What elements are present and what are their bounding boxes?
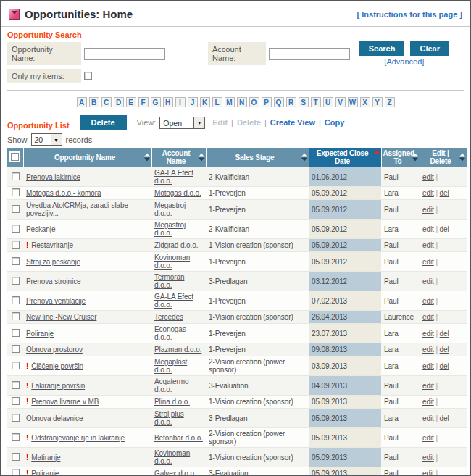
column-header-edit-delete[interactable]: Edit | Delete [420, 148, 467, 167]
opportunity-link[interactable]: New line -New Cruiser [26, 313, 96, 321]
column-header-opportunity-name[interactable]: Opportunity Name [23, 148, 151, 167]
account-link[interactable]: Stroj plus d.o.o. [154, 410, 184, 426]
row-checkbox[interactable] [12, 277, 20, 285]
toolbar-link-copy[interactable]: Copy [325, 118, 345, 127]
only-my-items-checkbox[interactable] [84, 72, 92, 80]
edit-link[interactable]: edit [422, 362, 434, 370]
opportunity-link[interactable]: Restavriranje [31, 241, 73, 249]
account-link[interactable]: GA-LA Efect d.o.o. [154, 169, 193, 185]
clear-button[interactable]: Clear [410, 41, 449, 56]
edit-link[interactable]: edit [422, 241, 434, 249]
row-checkbox[interactable] [12, 381, 20, 389]
opportunity-link[interactable]: Poliranje [31, 469, 59, 476]
row-checkbox[interactable] [12, 433, 20, 441]
account-link[interactable]: Megastroj d.o.o. [154, 201, 186, 217]
column-header-account-name[interactable]: Account Name [151, 148, 206, 167]
edit-link[interactable]: edit [422, 382, 434, 390]
alpha-link-W[interactable]: W [348, 97, 358, 107]
toolbar-link-create-view[interactable]: Create View [270, 118, 315, 127]
opportunity-link[interactable]: Prenova livarne v MB [31, 398, 99, 406]
opportunity-link[interactable]: Motogas d.o.o.- komora [26, 189, 101, 197]
alpha-link-E[interactable]: E [126, 97, 136, 107]
column-header-sales-stage[interactable]: Sales Stage [206, 148, 309, 167]
edit-link[interactable]: edit [422, 469, 434, 476]
alpha-link-M[interactable]: M [225, 97, 235, 107]
opportunity-link[interactable]: Matiranje [31, 454, 60, 462]
view-dropdown[interactable]: Open [159, 117, 205, 129]
opportunity-link[interactable]: Obnova prostorov [26, 346, 83, 354]
alpha-link-G[interactable]: G [151, 97, 161, 107]
row-checkbox[interactable] [12, 345, 20, 353]
edit-link[interactable]: edit [422, 313, 434, 321]
alpha-link-L[interactable]: L [212, 97, 222, 107]
row-checkbox[interactable] [12, 188, 20, 196]
advanced-link[interactable]: [Advanced] [384, 57, 424, 66]
alpha-link-P[interactable]: P [262, 97, 272, 107]
row-checkbox[interactable] [12, 257, 20, 265]
account-link[interactable]: Megastroj d.o.o. [154, 221, 186, 237]
opportunity-name-input[interactable] [84, 48, 165, 60]
alpha-link-J[interactable]: J [188, 97, 198, 107]
column-header-assigned-to[interactable]: Assigned To [381, 148, 420, 167]
del-link[interactable]: del [440, 225, 449, 233]
alpha-link-A[interactable]: A [77, 97, 87, 107]
alpha-link-K[interactable]: K [200, 97, 210, 107]
account-link[interactable]: Betonbar d.o.o. [154, 434, 203, 442]
opportunity-link[interactable]: Stroj za peskanje [26, 258, 80, 266]
instructions-link[interactable]: [ Instructions for this page ] [357, 10, 462, 19]
edit-link[interactable]: edit [422, 225, 434, 233]
search-button[interactable]: Search [359, 41, 405, 56]
select-all-checkbox[interactable] [11, 153, 19, 161]
opportunity-link[interactable]: Prenova ventilacije [26, 297, 86, 305]
alpha-link-R[interactable]: R [286, 97, 296, 107]
opportunity-link[interactable]: Lakiranje površin [31, 382, 85, 390]
account-link[interactable]: Motogas d.o.o. [154, 189, 201, 197]
account-link[interactable]: Galvex d.o.o. [154, 469, 196, 476]
alpha-link-I[interactable]: I [175, 97, 186, 107]
edit-link[interactable]: edit [422, 434, 434, 442]
alpha-link-S[interactable]: S [299, 97, 309, 107]
alpha-link-Z[interactable]: Z [385, 97, 395, 107]
opportunity-link[interactable]: Čiščenje površin [31, 362, 83, 370]
edit-link[interactable]: edit [422, 173, 434, 181]
account-link[interactable]: Kovinoman d.o.o. [154, 254, 190, 270]
show-records-dropdown[interactable]: 20 [31, 133, 62, 146]
edit-link[interactable]: edit [422, 398, 434, 406]
opportunity-link[interactable]: Odstranjevanje rje in lakiranje [31, 434, 125, 442]
account-link[interactable]: Econogas d.o.o. [154, 325, 186, 341]
edit-link[interactable]: edit [422, 258, 434, 266]
edit-link[interactable]: edit [422, 414, 434, 422]
row-checkbox[interactable] [12, 172, 20, 180]
alpha-link-X[interactable]: X [360, 97, 370, 107]
account-link[interactable]: GA-LA Efect d.o.o. [154, 293, 193, 309]
row-checkbox[interactable] [12, 469, 20, 476]
row-checkbox[interactable] [12, 414, 20, 422]
opportunity-link[interactable]: Peskanje [26, 225, 55, 233]
account-link[interactable]: Termoran d.o.o. [154, 273, 184, 289]
account-link[interactable]: Plina d.o.o. [154, 398, 190, 406]
del-link[interactable]: del [440, 362, 449, 370]
chevron-down-icon[interactable] [51, 134, 62, 145]
chevron-down-icon[interactable] [193, 117, 204, 128]
alpha-link-Y[interactable]: Y [372, 97, 383, 107]
row-checkbox[interactable] [12, 205, 20, 213]
alpha-link-V[interactable]: V [335, 97, 346, 107]
edit-link[interactable]: edit [422, 189, 434, 197]
del-link[interactable]: del [440, 189, 449, 197]
alpha-link-H[interactable]: H [163, 97, 173, 107]
account-name-input[interactable] [269, 48, 350, 60]
del-link[interactable]: del [440, 414, 449, 422]
opportunity-link[interactable]: Prenova lakirnice [26, 173, 80, 181]
alpha-link-B[interactable]: B [89, 97, 99, 107]
row-checkbox[interactable] [12, 397, 20, 405]
alpha-link-Q[interactable]: Q [274, 97, 284, 107]
account-link[interactable]: Kovinoman d.o.o. [154, 449, 190, 465]
opportunity-link[interactable]: Obnova delavnice [26, 414, 83, 422]
edit-link[interactable]: edit [422, 277, 434, 285]
alpha-link-U[interactable]: U [323, 97, 333, 107]
alpha-link-F[interactable]: F [138, 97, 149, 107]
alpha-link-T[interactable]: T [311, 97, 321, 107]
account-link[interactable]: Megaplast d.o.o. [154, 358, 187, 374]
edit-link[interactable]: edit [422, 330, 434, 338]
account-link[interactable]: Plazman d.o.o. [154, 346, 201, 354]
